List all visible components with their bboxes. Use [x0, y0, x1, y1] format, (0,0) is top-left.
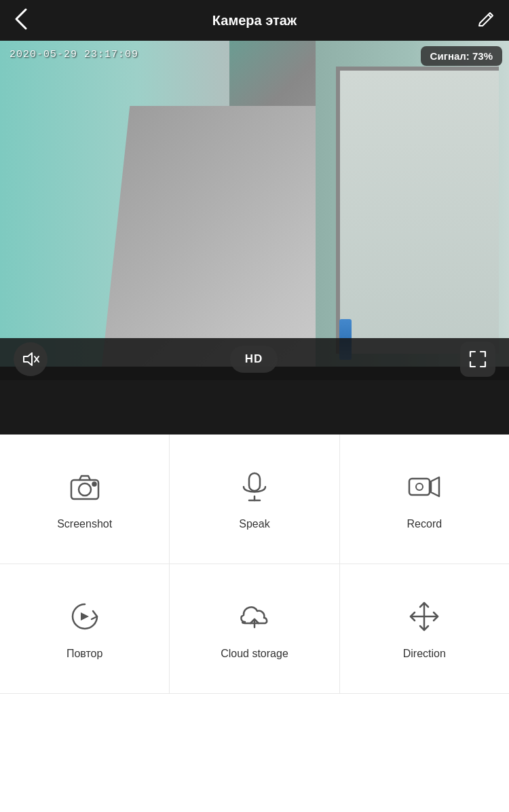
replay-label: Повтор — [67, 648, 103, 660]
svg-marker-11 — [431, 477, 439, 496]
fullscreen-button[interactable] — [460, 342, 495, 377]
svg-rect-6 — [249, 473, 260, 491]
cloud-storage-cell[interactable]: Cloud storage — [170, 564, 339, 693]
svg-point-10 — [416, 483, 423, 490]
black-bar — [0, 380, 509, 435]
svg-marker-0 — [24, 353, 32, 365]
direction-label: Direction — [403, 648, 446, 660]
replay-cell[interactable]: Повтор — [0, 564, 170, 693]
video-container: 2020-05-29 23:17:09 Сигнал: 73% HD — [0, 41, 509, 380]
svg-point-4 — [79, 483, 91, 496]
cloud-storage-icon — [235, 597, 274, 635]
camera-feed: 2020-05-29 23:17:09 Сигнал: 73% — [0, 41, 509, 367]
quality-button[interactable]: HD — [230, 346, 278, 373]
speak-label: Speak — [239, 518, 269, 530]
edit-button[interactable] — [478, 10, 495, 31]
speak-icon — [235, 468, 274, 506]
cloud-storage-label: Cloud storage — [221, 648, 288, 660]
quality-label: HD — [245, 352, 263, 366]
page-title: Камера этаж — [212, 13, 297, 29]
record-icon — [405, 468, 443, 506]
svg-marker-12 — [81, 612, 89, 621]
back-button[interactable] — [14, 7, 29, 35]
direction-cell[interactable]: Direction — [340, 564, 509, 693]
timestamp: 2020-05-29 23:17:09 — [10, 49, 138, 60]
speak-cell[interactable]: Speak — [170, 435, 339, 564]
action-row-1: Screenshot Speak — [0, 435, 509, 564]
replay-icon — [66, 597, 104, 635]
signal-badge: Сигнал: 73% — [421, 46, 502, 66]
screenshot-cell[interactable]: Screenshot — [0, 435, 170, 564]
record-label: Record — [407, 518, 442, 530]
video-controls: HD — [0, 338, 509, 380]
action-row-2: Повтор Cloud storage — [0, 564, 509, 694]
svg-rect-9 — [409, 479, 430, 495]
screenshot-icon — [66, 468, 104, 506]
svg-point-5 — [92, 483, 96, 486]
direction-icon — [405, 597, 443, 635]
record-cell[interactable]: Record — [340, 435, 509, 564]
screenshot-label: Screenshot — [57, 518, 112, 530]
header: Камера этаж — [0, 0, 509, 41]
mute-button[interactable] — [14, 342, 48, 376]
action-grid: Screenshot Speak — [0, 435, 509, 694]
